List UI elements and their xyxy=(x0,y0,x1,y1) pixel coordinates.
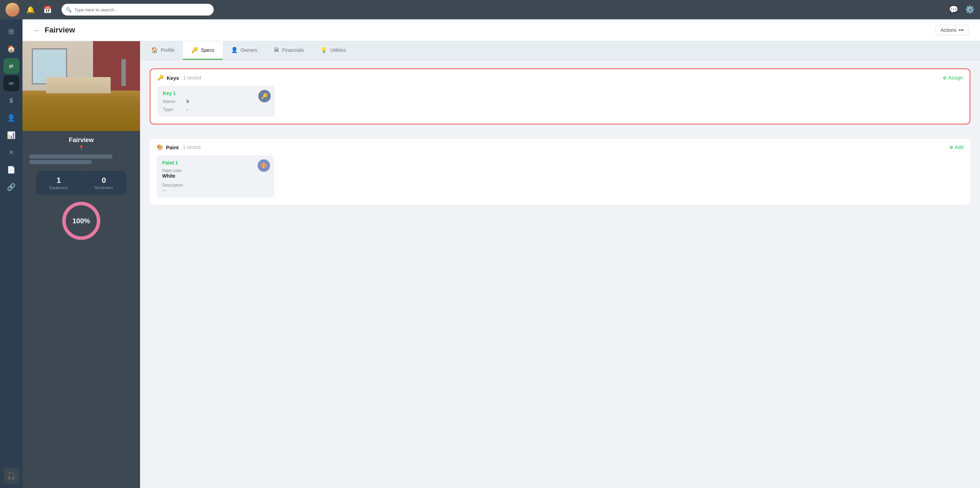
sidebar-item-chart[interactable]: 📊 xyxy=(3,127,19,143)
progress-label: 100% xyxy=(72,217,90,225)
home-icon: 🏠 xyxy=(7,45,16,53)
tab-owners[interactable]: 👤 Owners xyxy=(223,41,266,60)
key-type-field: Type: - xyxy=(163,107,269,112)
sidebar-item-un[interactable]: un xyxy=(3,75,19,91)
chat-icon[interactable]: 💬 xyxy=(949,5,958,14)
paint-desc-label: Description xyxy=(162,183,269,188)
back-button[interactable]: ← xyxy=(33,26,40,34)
paint-section-icon: 🎨 xyxy=(157,144,163,150)
keys-section: 🔑 Keys 1 record ⊕ Assign Key 1 xyxy=(150,68,970,124)
reminders-stat: 0 Reminders xyxy=(81,171,127,195)
location-icon: 📍 xyxy=(78,145,84,150)
sidebar-item-tools[interactable]: ✕ xyxy=(3,145,19,161)
equipment-stat: 1 Equipment xyxy=(36,171,81,195)
assign-button[interactable]: ⊕ Assign xyxy=(943,75,963,81)
sidebar-item-dollar[interactable]: $ xyxy=(3,93,19,108)
tab-profile[interactable]: 🏠 Profile xyxy=(143,41,183,60)
progress-circle: 100% xyxy=(60,200,102,242)
top-nav: 🔔 📅 🔍 💬 ⚙️ xyxy=(0,0,980,19)
room-lamp xyxy=(121,59,126,86)
paint-title-text: Paint xyxy=(166,145,179,150)
sidebar-item-home[interactable]: 🏠 xyxy=(3,41,19,57)
paint-section-title: 🎨 Paint 1 record xyxy=(157,144,200,150)
equipment-label: Equipment xyxy=(39,186,78,190)
sidebar-item-grid[interactable]: ⊞ xyxy=(3,24,19,40)
key-name-label: Name: xyxy=(163,99,184,104)
notifications-button[interactable]: 🔔 xyxy=(25,4,36,15)
owners-tab-label: Owners xyxy=(241,47,257,53)
sidebar-item-link[interactable]: 🔗 xyxy=(3,179,19,195)
tab-specs[interactable]: 🔑 Specs xyxy=(183,41,223,60)
right-panel: 🏠 Profile 🔑 Specs 👤 Owners 🏛 Financials xyxy=(140,41,980,488)
paint-section: 🎨 Paint 1 record ⊕ Add Paint 1 xyxy=(150,138,970,205)
key-card-icon[interactable]: 🔑 xyxy=(258,90,271,102)
add-paint-button[interactable]: ⊕ Add xyxy=(949,145,963,150)
dollar-icon: $ xyxy=(10,97,13,104)
search-icon: 🔍 xyxy=(66,7,72,13)
property-name-label: Fairview xyxy=(69,137,94,144)
sidebar-item-doc[interactable]: 📄 xyxy=(3,162,19,178)
room-floor xyxy=(22,91,140,131)
reminders-label: Reminders xyxy=(84,186,124,190)
specs-tab-icon: 🔑 xyxy=(191,47,198,53)
main-content: ← Fairview Actions ••• xyxy=(22,19,980,488)
app-body: ⊞ 🏠 pt un $ 👤 📊 ✕ 📄 🔗 🎧 xyxy=(0,19,980,488)
key-type-value: - xyxy=(186,107,188,112)
link-icon: 🔗 xyxy=(7,183,16,191)
property-image xyxy=(22,41,140,131)
key-card-title: Key 1 xyxy=(163,91,269,96)
actions-button[interactable]: Actions ••• xyxy=(935,25,969,35)
grid-icon: ⊞ xyxy=(8,27,14,36)
paint-card-title: Paint 1 xyxy=(162,160,269,165)
profile-tab-icon: 🏠 xyxy=(151,47,158,53)
financials-tab-icon: 🏛 xyxy=(274,47,279,53)
un-label: un xyxy=(9,81,14,86)
avatar[interactable] xyxy=(6,3,19,17)
paint-card-icon[interactable]: 🎨 xyxy=(258,159,270,172)
pt-label: pt xyxy=(10,64,13,68)
room-sofa xyxy=(46,77,111,93)
property-location: 📍 xyxy=(78,145,84,150)
page-header: ← Fairview Actions ••• xyxy=(22,19,980,41)
keys-title-text: Keys xyxy=(167,75,179,81)
paint-color-group: Paint color White xyxy=(162,168,269,179)
assign-plus-icon: ⊕ xyxy=(943,75,947,81)
assign-label: Assign xyxy=(948,75,963,81)
actions-dots-icon: ••• xyxy=(959,27,964,33)
calendar-button[interactable]: 📅 xyxy=(42,4,53,15)
actions-label: Actions xyxy=(940,27,956,33)
chart-icon: 📊 xyxy=(7,131,16,139)
room-scene xyxy=(22,41,140,131)
sidebar: ⊞ 🏠 pt un $ 👤 📊 ✕ 📄 🔗 🎧 xyxy=(0,19,22,488)
paint-desc-group: Description — xyxy=(162,181,269,193)
headset-icon: 🎧 xyxy=(7,472,16,480)
tab-utilities[interactable]: 💡 Utilities xyxy=(312,41,354,60)
sidebar-item-support[interactable]: 🎧 xyxy=(3,468,19,484)
doc-icon: 📄 xyxy=(7,165,16,174)
utilities-tab-label: Utilities xyxy=(330,47,346,53)
key-name-field: Name: 9 xyxy=(163,99,269,104)
sidebar-item-person[interactable]: 👤 xyxy=(3,110,19,126)
content-area: Fairview 📍 1 Equipment xyxy=(22,41,980,488)
paint-desc-value: — xyxy=(162,188,269,193)
person-icon: 👤 xyxy=(7,114,16,122)
add-paint-label: Add xyxy=(955,145,963,150)
tabs-bar: 🏠 Profile 🔑 Specs 👤 Owners 🏛 Financials xyxy=(140,41,980,60)
settings-icon[interactable]: ⚙️ xyxy=(965,5,974,14)
nav-right: 💬 ⚙️ xyxy=(949,5,974,14)
key-type-label: Type: xyxy=(163,107,184,112)
divider-1 xyxy=(150,131,970,132)
search-input[interactable] xyxy=(74,7,210,13)
tab-financials[interactable]: 🏛 Financials xyxy=(266,41,312,60)
left-panel: Fairview 📍 1 Equipment xyxy=(22,41,140,488)
tools-icon: ✕ xyxy=(9,149,14,156)
financials-tab-label: Financials xyxy=(282,47,304,53)
sidebar-item-pt[interactable]: pt xyxy=(3,58,19,74)
progress-area: 100% xyxy=(60,200,102,248)
paint-color-label: Paint color xyxy=(162,168,269,173)
search-bar: 🔍 xyxy=(62,4,214,16)
keys-section-title: 🔑 Keys 1 record xyxy=(158,75,201,81)
add-paint-plus-icon: ⊕ xyxy=(949,145,953,150)
paint-color-value: White xyxy=(162,173,269,179)
specs-content: 🔑 Keys 1 record ⊕ Assign Key 1 xyxy=(140,60,980,213)
